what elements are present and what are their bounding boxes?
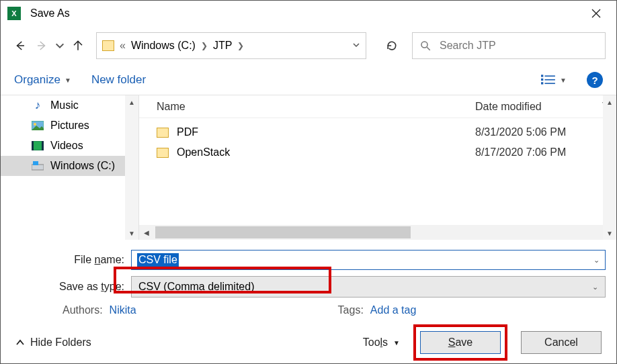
videos-icon (32, 140, 44, 152)
recent-locations-button[interactable] (54, 37, 65, 54)
svg-rect-6 (545, 83, 555, 84)
svg-rect-10 (32, 141, 34, 150)
folder-icon (102, 40, 114, 51)
filename-label: File name: (11, 254, 124, 266)
savetype-value: CSV (Comma delimited) (138, 281, 254, 293)
tags-value[interactable]: Add a tag (370, 304, 417, 316)
savetype-field[interactable]: CSV (Comma delimited) ⌄ (131, 276, 606, 298)
chevron-up-icon (15, 338, 25, 347)
sidebar-item-music[interactable]: ♪ Music (1, 95, 138, 116)
view-options-button[interactable]: ▼ (541, 74, 567, 86)
tools-menu[interactable]: Tools ▼ (363, 336, 400, 349)
arrow-right-icon (36, 40, 48, 52)
excel-icon: X (7, 7, 21, 20)
dialog-title: Save As (30, 7, 583, 19)
scroll-left-icon[interactable]: ◀ (139, 229, 154, 236)
chevron-right-icon: ❯ (237, 41, 244, 50)
toolbar: Organize ▼ New folder ▼ ? (1, 65, 616, 95)
filename-value: CSV file (137, 253, 179, 267)
scroll-up-icon[interactable]: ▲ (603, 95, 616, 109)
view-list-icon (541, 74, 556, 86)
hide-folders-button[interactable]: Hide Folders (15, 336, 91, 349)
up-button[interactable] (69, 37, 87, 54)
svg-point-8 (34, 123, 36, 126)
refresh-icon (385, 39, 399, 52)
breadcrumb-prefix: « (120, 40, 126, 52)
file-list[interactable]: PDF 8/31/2020 5:06 PM OpenStack 8/17/202… (139, 118, 616, 225)
arrow-up-icon (72, 40, 84, 52)
column-name[interactable]: Name (157, 101, 475, 113)
address-dropdown[interactable] (352, 40, 360, 52)
svg-rect-13 (33, 161, 38, 165)
close-icon (591, 8, 602, 19)
chevron-down-icon (54, 40, 65, 52)
svg-rect-1 (541, 75, 543, 77)
scroll-down-icon[interactable]: ▼ (125, 226, 138, 240)
tags-label: Tags: (338, 304, 364, 316)
scroll-up-icon[interactable]: ▲ (125, 95, 138, 109)
savetype-label: Save as type: (11, 281, 124, 293)
forward-button[interactable] (33, 37, 50, 54)
folder-icon (157, 128, 169, 138)
arrow-left-icon (14, 40, 26, 52)
music-icon: ♪ (32, 99, 44, 111)
chevron-down-icon[interactable]: ⌄ (592, 283, 598, 291)
titlebar: X Save As (1, 1, 616, 26)
authors-label: Authors: (63, 304, 103, 316)
breadcrumb-drive[interactable]: Windows (C:) (131, 40, 196, 52)
svg-rect-4 (545, 79, 555, 81)
footer: Hide Folders Tools ▼ Save Cancel (1, 322, 616, 363)
annotation-highlight: Save (413, 324, 507, 361)
caret-down-icon: ▼ (65, 77, 71, 84)
svg-rect-12 (32, 165, 44, 170)
authors-value[interactable]: Nikita (110, 304, 136, 316)
body-area: ♪ Music Pictures Videos Windows (C:) (1, 95, 616, 240)
chevron-down-icon (352, 41, 360, 49)
horizontal-scrollbar[interactable]: ◀ ▶ (139, 225, 616, 240)
file-pane: Name Date modified ▾ PDF 8/31/2020 5:06 … (139, 95, 616, 240)
address-bar[interactable]: « Windows (C:) ❯ JTP ❯ (96, 32, 366, 59)
svg-rect-11 (42, 141, 44, 150)
search-icon (419, 40, 431, 52)
caret-down-icon: ▼ (393, 339, 400, 347)
list-item[interactable]: OpenStack 8/17/2020 7:06 PM (139, 142, 616, 163)
search-box[interactable] (412, 32, 606, 59)
svg-point-0 (421, 42, 427, 48)
help-button[interactable]: ? (587, 72, 603, 88)
filename-field[interactable]: CSV file ⌄ (131, 250, 606, 270)
new-folder-button[interactable]: New folder (91, 73, 146, 87)
pictures-icon (32, 120, 44, 132)
vertical-scrollbar[interactable]: ▲ ▼ (603, 95, 616, 240)
scroll-down-icon[interactable]: ▼ (603, 226, 616, 240)
sidebar-item-windows-c[interactable]: Windows (C:) (1, 156, 138, 176)
sidebar-item-videos[interactable]: Videos (1, 136, 138, 156)
svg-rect-2 (545, 75, 555, 77)
navigation-bar: « Windows (C:) ❯ JTP ❯ (1, 26, 616, 65)
back-button[interactable] (11, 37, 29, 54)
folder-icon (157, 148, 169, 158)
svg-rect-3 (541, 79, 543, 81)
svg-rect-5 (541, 82, 543, 84)
organize-menu[interactable]: Organize ▼ (14, 73, 71, 87)
sidebar: ♪ Music Pictures Videos Windows (C:) (1, 95, 139, 240)
refresh-button[interactable] (376, 32, 408, 59)
save-button[interactable]: Save (420, 331, 501, 354)
sidebar-scrollbar[interactable]: ▲ ▼ (125, 95, 138, 240)
breadcrumb-folder[interactable]: JTP (213, 40, 232, 52)
column-date-modified[interactable]: Date modified ▾ (475, 101, 616, 113)
column-headers[interactable]: Name Date modified ▾ (139, 95, 616, 118)
scrollbar-thumb[interactable] (155, 226, 411, 238)
form-area: File name: CSV file ⌄ Save as type: CSV … (1, 240, 616, 322)
chevron-down-icon[interactable]: ⌄ (593, 256, 600, 265)
list-item[interactable]: PDF 8/31/2020 5:06 PM (139, 122, 616, 142)
cancel-button[interactable]: Cancel (521, 331, 602, 354)
close-button[interactable] (583, 1, 610, 26)
chevron-right-icon: ❯ (201, 41, 208, 50)
sidebar-item-pictures[interactable]: Pictures (1, 116, 138, 136)
search-input[interactable] (438, 39, 598, 52)
caret-down-icon: ▼ (560, 77, 567, 84)
drive-icon (32, 160, 44, 172)
save-as-dialog: X Save As « Windows (C:) ❯ JTP ❯ (0, 0, 617, 364)
